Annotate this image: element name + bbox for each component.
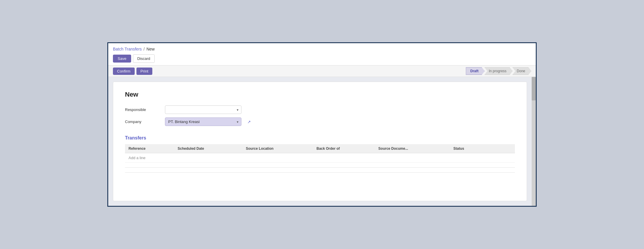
divider-2 (125, 172, 515, 173)
print-button[interactable]: Print (136, 68, 153, 75)
breadcrumb-current: New (146, 47, 155, 51)
confirm-button[interactable]: Confirm (113, 68, 135, 75)
breadcrumb-separator: / (144, 47, 145, 51)
add-line-link[interactable]: Add a line (129, 156, 146, 160)
form-title: New (125, 91, 515, 98)
pipeline-step-done[interactable]: Done (512, 67, 531, 75)
action-buttons: Save Discard (113, 54, 531, 63)
company-label: Company (125, 120, 160, 124)
col-status: Status (450, 144, 486, 153)
save-button[interactable]: Save (113, 55, 131, 63)
status-pipeline: Draft In progress Done (466, 67, 531, 75)
form-fields: Responsible ▼ Company PT. Bintang Kreasi (125, 105, 515, 126)
sub-bar-actions: Confirm Print (113, 68, 152, 75)
pipeline-step-inprogress[interactable]: In progress (484, 67, 513, 75)
sub-bar: Confirm Print Draft In progress Done (108, 65, 536, 77)
col-reference: Reference (125, 144, 174, 153)
col-source-document: Source Docume... (375, 144, 450, 153)
col-extra-1 (486, 144, 500, 153)
company-external-link-icon[interactable]: ↗ (247, 120, 251, 124)
breadcrumb-parent[interactable]: Batch Transfers (113, 47, 142, 51)
table-header-row: Reference Scheduled Date Source Location… (125, 144, 515, 153)
responsible-label: Responsible (125, 107, 160, 112)
breadcrumb: Batch Transfers / New (113, 46, 531, 53)
add-line-row[interactable]: Add a line (125, 153, 515, 163)
col-scheduled-date: Scheduled Date (174, 144, 242, 153)
scrollbar[interactable] (532, 77, 536, 206)
divider-1 (125, 167, 515, 168)
main-content: New Responsible ▼ Company (108, 77, 536, 206)
responsible-select[interactable] (165, 105, 241, 114)
discard-button[interactable]: Discard (133, 54, 155, 63)
company-row: Company PT. Bintang Kreasi ▼ ↗ (125, 117, 515, 126)
responsible-select-wrapper[interactable]: ▼ (165, 105, 241, 114)
pipeline-step-draft[interactable]: Draft (466, 67, 485, 75)
company-select-wrapper[interactable]: PT. Bintang Kreasi ▼ (165, 117, 241, 126)
main-frame: Batch Transfers / New Save Discard Confi… (107, 42, 537, 207)
col-source-location: Source Location (242, 144, 313, 153)
transfers-table: Reference Scheduled Date Source Location… (125, 144, 515, 163)
form-card: New Responsible ▼ Company (113, 82, 527, 201)
responsible-row: Responsible ▼ (125, 105, 515, 114)
top-bar: Batch Transfers / New Save Discard (108, 43, 536, 65)
col-extra-2 (500, 144, 515, 153)
col-back-order-of: Back Order of (313, 144, 375, 153)
transfers-section-title: Transfers (125, 135, 515, 141)
company-select[interactable]: PT. Bintang Kreasi (165, 117, 241, 126)
scrollbar-thumb[interactable] (532, 77, 536, 100)
